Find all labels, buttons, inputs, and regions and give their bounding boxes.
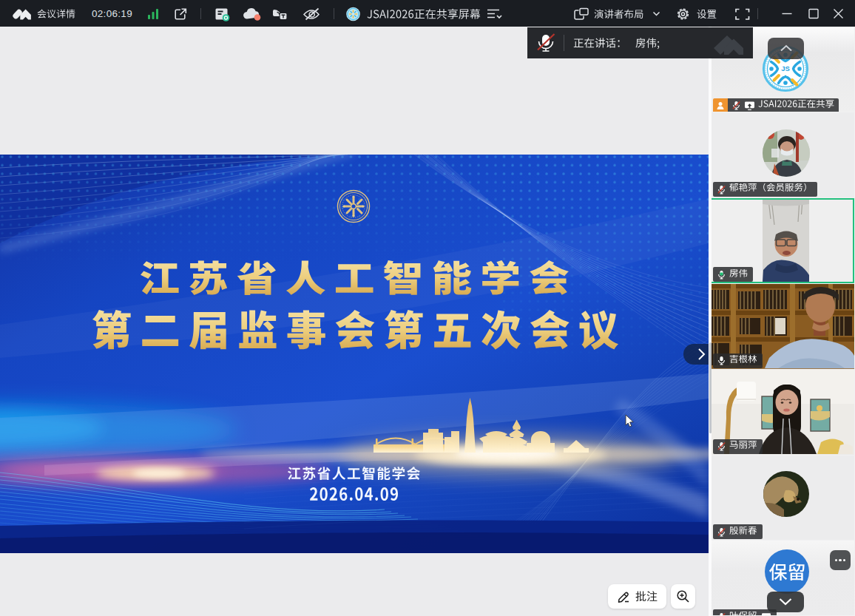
svg-text:JS: JS [781, 64, 790, 72]
